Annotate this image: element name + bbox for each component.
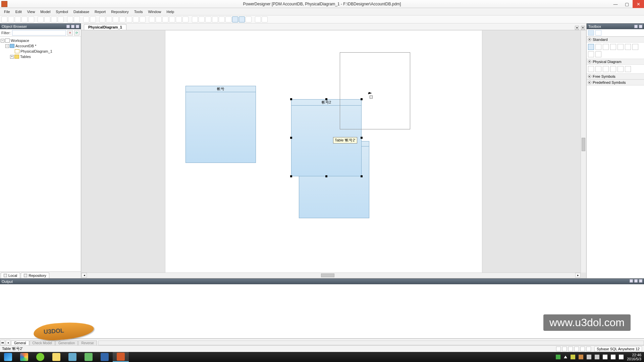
ob-pin-icon[interactable] <box>66 25 70 28</box>
toolbox-section-free[interactable]: ▸Free Symbols <box>587 73 644 79</box>
object-browser-header[interactable]: Object Browser <box>0 23 81 29</box>
toolbox-view-list-icon[interactable] <box>595 30 601 36</box>
diagram-canvas[interactable]: 帐号 帐号2 <box>81 30 586 278</box>
tb-open[interactable] <box>8 16 14 22</box>
tool-procedure[interactable] <box>610 66 616 72</box>
taskbar-explorer[interactable] <box>48 352 64 362</box>
tray-up-icon[interactable] <box>564 356 567 358</box>
tb-delete[interactable] <box>58 16 64 22</box>
tb-g3[interactable] <box>113 16 119 22</box>
taskbar-app[interactable] <box>64 352 80 362</box>
tree-diagram[interactable]: PhysicalDiagram_1 <box>20 49 52 53</box>
tab-dropdown-icon[interactable]: ▾ <box>575 26 579 30</box>
tool-pan[interactable] <box>618 44 624 50</box>
resize-handle[interactable] <box>290 175 292 177</box>
tool-zoom-out[interactable] <box>610 44 616 50</box>
object-browser-tree[interactable]: − Workspace − AccountDB * PhysicalDiagra… <box>0 37 81 272</box>
tb-wand[interactable] <box>156 16 162 22</box>
tray-icon[interactable] <box>571 355 575 359</box>
tray-volume-icon[interactable] <box>611 355 615 359</box>
output-tab-check[interactable]: Check Model <box>30 341 55 345</box>
tb-l9[interactable] <box>246 16 252 22</box>
menu-tools[interactable]: Tools <box>131 9 146 14</box>
menu-report[interactable]: Report <box>92 9 108 14</box>
menu-edit[interactable]: Edit <box>13 9 24 14</box>
tb-saveall[interactable] <box>21 16 28 22</box>
output-body[interactable]: U3DOL www.u3dol.com <box>0 284 644 339</box>
tree-model[interactable]: AccountDB * <box>15 44 36 48</box>
tool-pointer[interactable] <box>588 44 594 50</box>
toolbox-header[interactable]: Toolbox <box>587 23 644 29</box>
toolbox-section-predefined[interactable]: ▸Predefined Symbols <box>587 79 644 85</box>
tool-package[interactable] <box>618 66 624 72</box>
menu-view[interactable]: View <box>24 9 38 14</box>
tray-ime-icon[interactable] <box>619 355 624 359</box>
tool-view[interactable] <box>595 66 601 72</box>
clock[interactable]: 22:46 2016/5/3 <box>627 353 641 361</box>
tb-g1[interactable] <box>99 16 105 22</box>
vertical-scrollbar[interactable] <box>581 31 586 273</box>
menu-help[interactable]: Help <box>164 9 177 14</box>
tray-network-icon[interactable] <box>603 355 607 359</box>
tree-tables[interactable]: Tables <box>20 55 31 59</box>
tool-more[interactable] <box>595 51 601 57</box>
menu-symbol[interactable]: Symbol <box>53 9 71 14</box>
menu-repository[interactable]: Repository <box>108 9 131 14</box>
taskbar-app[interactable] <box>32 352 48 362</box>
scroll-thumb[interactable] <box>582 138 585 151</box>
tb-undo[interactable] <box>67 16 73 22</box>
tool-delete[interactable] <box>632 44 638 50</box>
tb-paste[interactable] <box>51 16 57 22</box>
tb-g6[interactable] <box>133 16 139 22</box>
scroll-left-icon[interactable]: ◂ <box>82 273 87 278</box>
close-button[interactable]: ✕ <box>633 0 644 8</box>
filter-input[interactable] <box>12 30 66 36</box>
output-header[interactable]: Output <box>0 279 644 284</box>
tb-unlink[interactable] <box>182 16 189 22</box>
scroll-thumb[interactable] <box>321 274 334 277</box>
tool-prop[interactable] <box>588 51 594 57</box>
tb-l2[interactable] <box>199 16 205 22</box>
tb-g2[interactable] <box>106 16 112 22</box>
out-close-icon[interactable] <box>639 279 642 283</box>
tray-icon[interactable] <box>556 355 560 359</box>
taskbar-app[interactable] <box>80 352 97 362</box>
menu-model[interactable]: Model <box>38 9 53 14</box>
scroll-right-icon[interactable]: ▸ <box>575 273 581 278</box>
taskbar-app[interactable] <box>16 352 32 362</box>
tb-cut[interactable] <box>38 16 44 22</box>
tool-file[interactable] <box>625 66 631 72</box>
maximize-button[interactable]: ▢ <box>621 0 633 8</box>
toolbox-section-physical[interactable]: ▾Physical Diagram <box>587 59 644 65</box>
status-icon[interactable] <box>562 347 567 351</box>
menu-window[interactable]: Window <box>145 9 164 14</box>
menu-file[interactable]: File <box>1 9 13 14</box>
tb-g7[interactable] <box>140 16 146 22</box>
tb-link[interactable] <box>176 16 182 22</box>
taskbar-app[interactable] <box>97 352 113 362</box>
ob-close-icon[interactable] <box>76 25 79 28</box>
tb-redo[interactable] <box>74 16 80 22</box>
tb-l6[interactable] <box>225 16 231 22</box>
tb-font[interactable] <box>162 16 168 22</box>
tool-lasso[interactable] <box>595 44 601 50</box>
tab-close-icon[interactable]: ✕ <box>581 26 585 30</box>
document-tab[interactable]: PhysicalDiagram_1 <box>84 24 126 30</box>
tb-db1[interactable] <box>255 16 261 22</box>
resize-handle[interactable] <box>290 137 292 139</box>
status-icon[interactable] <box>586 347 591 351</box>
tb-find[interactable] <box>83 16 89 22</box>
tbx-close-icon[interactable] <box>639 25 642 28</box>
tb-l3[interactable] <box>205 16 211 22</box>
tb-check[interactable] <box>149 16 155 22</box>
tray-icon[interactable] <box>579 355 583 359</box>
status-icon[interactable] <box>580 347 585 351</box>
output-tab-reverse[interactable]: Reverse <box>78 341 97 345</box>
tree-workspace[interactable]: Workspace <box>11 39 29 43</box>
tb-g4[interactable] <box>119 16 125 22</box>
toolbox-view-large-icon[interactable] <box>588 30 594 36</box>
tool-reference[interactable] <box>603 66 609 72</box>
filter-refresh-icon[interactable]: ⟳ <box>74 30 79 36</box>
resize-handle[interactable] <box>361 175 363 177</box>
tb-print[interactable] <box>28 16 34 22</box>
